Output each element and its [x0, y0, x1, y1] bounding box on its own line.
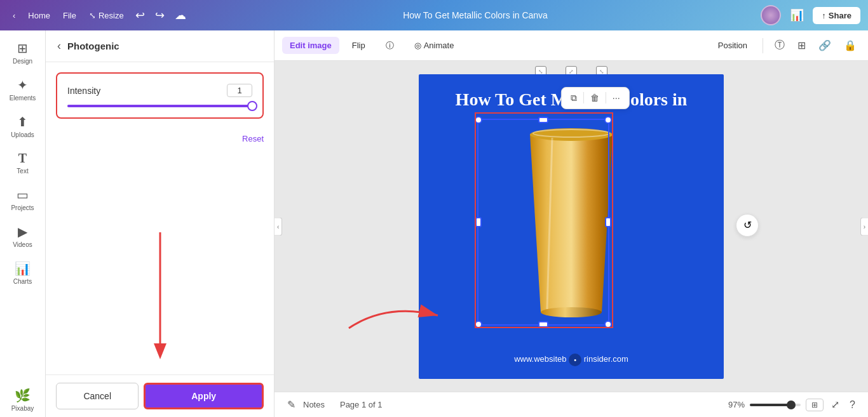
toolbar-separator [763, 38, 763, 53]
handle-bl[interactable] [475, 321, 482, 328]
uploads-icon: ⬆ [17, 114, 28, 129]
intensity-label: Intensity [67, 86, 100, 96]
projects-icon: ▭ [17, 187, 29, 202]
sidebar-item-videos[interactable]: ▶ Videos [4, 219, 42, 253]
zoom-slider-thumb[interactable] [787, 400, 796, 409]
zoom-level: 97% [728, 400, 745, 409]
file-button[interactable]: File [58, 8, 81, 23]
more-options-button[interactable]: ··· [609, 90, 624, 105]
zoom-slider[interactable] [750, 404, 801, 406]
position-button[interactable]: Position [710, 37, 755, 54]
resize-button[interactable]: ⤡ Resize [84, 8, 129, 23]
share-button[interactable]: ↑ Share [813, 7, 860, 24]
cancel-button[interactable]: Cancel [56, 383, 139, 409]
edit-image-button[interactable]: Edit image [282, 37, 339, 54]
sidebar: ⊞ Design ✦ Elements ⬆ Uploads T Text ▭ P… [0, 30, 46, 417]
slider-track[interactable] [67, 105, 252, 107]
avatar[interactable] [761, 5, 781, 25]
intensity-row: Intensity [67, 84, 252, 97]
lock-button[interactable]: 🔒 [840, 37, 860, 54]
main-layout: ⊞ Design ✦ Elements ⬆ Uploads T Text ▭ P… [0, 30, 868, 417]
notes-label: Notes [303, 400, 325, 409]
save-cloud-button[interactable]: ☁ [171, 6, 190, 25]
statusbar-right: 97% ⊞ ⤢ ? [728, 396, 858, 413]
canvas-area: ⤡ ⤢ ⤡ ‹ › How To Get Metallic Colors in … [275, 61, 868, 392]
sidebar-item-design[interactable]: ⊞ Design [4, 36, 42, 70]
animate-button[interactable]: ◎ Animate [407, 37, 462, 54]
help-button[interactable]: ? [847, 397, 858, 413]
grid-button[interactable]: ⊞ [794, 37, 810, 54]
text-icon: T [18, 151, 27, 166]
page-size-box[interactable]: ⊞ [806, 399, 824, 411]
design-card: How To Get Metallic Colors in ⧉ 🗑 ··· [419, 74, 724, 379]
sidebar-item-uploads[interactable]: ⬆ Uploads [4, 109, 42, 143]
document-title: How To Get Metallic Colors in Canva [195, 10, 756, 20]
intensity-input[interactable] [227, 84, 252, 97]
topbar-right: 📊 ↑ Share [761, 5, 860, 25]
undo-button[interactable]: ↩ [132, 6, 149, 25]
context-separator-1 [583, 92, 584, 103]
panel-header: ‹ Photogenic [46, 30, 274, 62]
copy-button[interactable]: ⧉ [567, 90, 581, 106]
context-toolbar: ⧉ 🗑 ··· [561, 87, 630, 109]
down-arrow-indicator [151, 232, 170, 359]
videos-icon: ▶ [18, 224, 27, 239]
design-url: www.websiteb • rinsider.com [419, 354, 724, 366]
arrow-indicator [336, 290, 451, 341]
design-icon: ⊞ [17, 41, 28, 56]
sidebar-item-charts[interactable]: 📊 Charts [4, 256, 42, 290]
toolbar-right: Position Ⓣ ⊞ 🔗 🔒 [710, 36, 860, 55]
info-button[interactable]: ⓘ [378, 36, 402, 55]
reset-button[interactable]: Reset [56, 134, 264, 143]
share-icon: ↑ [822, 11, 826, 20]
home-button[interactable]: Home [23, 8, 55, 23]
page-info: Page 1 of 1 [340, 400, 383, 409]
text-style-button[interactable]: Ⓣ [771, 36, 789, 55]
sidebar-item-elements[interactable]: ✦ Elements [4, 72, 42, 107]
slider-fill [67, 105, 252, 107]
topbar: ‹ Home File ⤡ Resize ↩ ↪ ☁ How To Get Me… [0, 0, 868, 30]
notes-icon-button[interactable]: ✎ [285, 396, 298, 413]
delete-button[interactable]: 🗑 [587, 90, 603, 105]
collapse-right-button[interactable]: › [860, 217, 868, 235]
svg-marker-1 [154, 343, 166, 359]
left-panel: ‹ Photogenic Intensity Reset Cancel [46, 30, 275, 417]
statusbar: ✎ Notes Page 1 of 1 97% ⊞ ⤢ ? [275, 392, 868, 417]
sidebar-item-projects[interactable]: ▭ Projects [4, 182, 42, 216]
sidebar-item-pixabay[interactable]: 🌿 Pixabay [4, 383, 42, 417]
charts-icon: 📊 [15, 261, 31, 276]
panel-title: Photogenic [67, 41, 119, 51]
slider-thumb[interactable] [247, 101, 257, 111]
elements-icon: ✦ [17, 77, 28, 93]
zoom-slider-fill [750, 404, 788, 406]
flip-button[interactable]: Flip [344, 37, 373, 54]
svg-point-3 [541, 307, 602, 317]
panel-back-button[interactable]: ‹ [56, 38, 62, 54]
secondary-toolbar: Edit image Flip ⓘ ◎ Animate Position Ⓣ ⊞… [275, 30, 868, 61]
animate-icon: ◎ [414, 41, 421, 50]
handle-ml[interactable] [475, 217, 482, 227]
collapse-left-button[interactable]: ‹ [275, 217, 282, 235]
pixabay-icon: 🌿 [15, 388, 31, 403]
fullscreen-button[interactable]: ⤢ [829, 396, 842, 413]
link-button[interactable]: 🔗 [815, 37, 835, 54]
intensity-section: Intensity [56, 72, 264, 119]
sidebar-item-text[interactable]: T Text [4, 146, 42, 180]
panel-footer: Cancel Apply [46, 374, 274, 417]
analytics-button[interactable]: 📊 [786, 6, 808, 25]
rotate-button[interactable]: ↺ [736, 214, 759, 237]
apply-button[interactable]: Apply [144, 383, 264, 409]
redo-button[interactable]: ↪ [151, 6, 168, 25]
context-separator-2 [606, 92, 606, 103]
handle-tl[interactable] [475, 116, 482, 124]
statusbar-left: ✎ Notes Page 1 of 1 [285, 396, 382, 413]
cup-image[interactable] [508, 122, 635, 325]
back-button[interactable]: ‹ [8, 8, 20, 23]
topbar-left: ‹ Home File ⤡ Resize ↩ ↪ ☁ [8, 6, 190, 25]
